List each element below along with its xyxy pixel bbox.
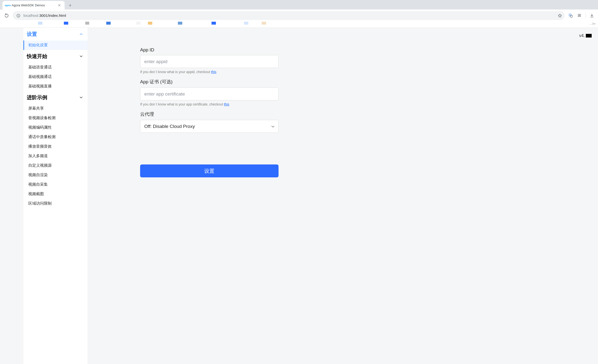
bookmark-swatch	[42, 22, 64, 25]
cert-hint: If you don`t know what is your app certi…	[140, 102, 279, 106]
site-info-button[interactable]	[16, 13, 20, 18]
sidebar-item[interactable]: 基础视频直播	[23, 82, 88, 91]
sidebar-item[interactable]: 屏幕共享	[23, 104, 88, 113]
sidebar-section-header[interactable]: 快速开始	[23, 50, 88, 63]
cert-hint-link[interactable]: this	[224, 102, 229, 106]
favicon-icon: agora	[6, 3, 10, 7]
sidebar-item[interactable]: 区域访问限制	[23, 199, 88, 208]
tab-active[interactable]: agora Agora WebSDK Demos	[2, 1, 65, 10]
bookmark-swatch	[182, 22, 212, 25]
chevron-down-icon	[79, 96, 83, 99]
sidebar-item[interactable]: 加入多频道	[23, 151, 88, 161]
address-bar-row: localhost:3001/index.html	[0, 10, 598, 22]
settings-form: App ID If you don`t know what is your ap…	[140, 47, 279, 177]
tab-title: Agora WebSDK Demos	[12, 3, 55, 7]
bookmark-swatch	[0, 22, 38, 25]
info-icon	[16, 14, 20, 18]
appid-hint: If you don`t know what is your appid, ch…	[140, 70, 279, 74]
bookmark-swatch	[148, 22, 152, 25]
downloads-button[interactable]	[589, 13, 595, 18]
chevron-up-icon	[79, 32, 83, 36]
sidebar-item[interactable]: 播放音频音效	[23, 142, 88, 151]
sidebar-item[interactable]: 视频自渲染	[23, 170, 88, 180]
bookmark-swatch	[68, 22, 85, 25]
submit-button[interactable]: 设置	[140, 164, 279, 177]
field-proxy: 云代理 Off: Disable Cloud Proxy	[140, 111, 279, 133]
star-icon	[558, 13, 562, 18]
bookmark-swatch	[178, 22, 182, 25]
bookmark-star-button[interactable]	[557, 13, 562, 18]
version-mask	[586, 34, 592, 38]
translate-icon	[569, 13, 573, 18]
appid-hint-link[interactable]: this	[211, 70, 216, 74]
sidebar-section-title: 设置	[27, 31, 37, 38]
sidebar-item[interactable]: 音视频设备检测	[23, 113, 88, 123]
page-body: 设置初始化设置快速开始基础语音通话基础视频通话基础视频直播进阶示例屏幕共享音视频…	[0, 28, 598, 364]
reload-button[interactable]	[4, 13, 9, 18]
sidebar-item[interactable]: 视频截图	[23, 189, 88, 199]
version-label: v4.	[579, 33, 592, 38]
svg-rect-3	[570, 15, 572, 17]
bookmarks-overflow-text: …Jle	[589, 22, 596, 25]
main-content: v4. App ID If you don`t know what is you…	[88, 28, 598, 364]
tab-strip: agora Agora WebSDK Demos	[0, 0, 598, 10]
bookmark-swatch	[262, 22, 266, 25]
bookmark-swatch	[212, 22, 216, 25]
field-appid: App ID If you don`t know what is your ap…	[140, 47, 279, 74]
sidebar-item[interactable]: 自定义视频源	[23, 161, 88, 170]
sidebar-item[interactable]: 基础视频通话	[23, 72, 88, 82]
chevron-down-icon	[79, 55, 83, 58]
field-cert: App 证书 (可选) If you don`t know what is yo…	[140, 79, 279, 106]
bookmark-swatch	[248, 22, 262, 25]
bookmark-swatch	[89, 22, 106, 25]
sidebar-section-header[interactable]: 进阶示例	[23, 91, 88, 104]
close-icon	[58, 4, 61, 7]
sidebar-item[interactable]: 通话中质量检测	[23, 132, 88, 142]
omnibox[interactable]: localhost:3001/index.html	[13, 11, 565, 20]
appid-input[interactable]	[140, 55, 279, 68]
bookmark-swatch	[64, 22, 68, 25]
sidebar-item[interactable]: 视频编码属性	[23, 123, 88, 132]
close-tab-button[interactable]	[57, 3, 61, 7]
plus-icon	[68, 4, 72, 7]
sidebar-section-title: 快速开始	[27, 53, 47, 60]
sidebar-item[interactable]: 基础语音通话	[23, 63, 88, 72]
svg-rect-2	[569, 14, 571, 16]
bookmark-swatch	[141, 22, 148, 25]
reload-icon	[4, 13, 9, 18]
proxy-select[interactable]: Off: Disable Cloud Proxy	[140, 120, 279, 133]
bookmark-swatch	[106, 22, 111, 25]
puzzle-icon	[577, 13, 582, 18]
bookmarks-bar: …Jle	[0, 22, 598, 28]
proxy-label: 云代理	[140, 111, 279, 117]
toolbar-separator	[586, 13, 586, 18]
bookmark-swatch	[244, 22, 248, 25]
browser-chrome: agora Agora WebSDK Demos localhost:3001/…	[0, 0, 598, 28]
translate-button[interactable]	[568, 13, 573, 18]
sidebar-section-title: 进阶示例	[27, 94, 47, 101]
download-icon	[590, 13, 594, 18]
bookmark-swatch	[152, 22, 178, 25]
sidebar-section-header[interactable]: 设置	[23, 28, 88, 40]
svg-point-1	[18, 15, 19, 15]
sidebar-item[interactable]: 初始化设置	[23, 40, 88, 50]
bookmark-swatch	[111, 22, 136, 25]
bookmark-swatch	[136, 22, 141, 25]
url-text: localhost:3001/index.html	[23, 13, 66, 18]
bookmark-swatch	[38, 22, 42, 25]
bookmark-swatch	[85, 22, 89, 25]
new-tab-button[interactable]	[67, 2, 74, 9]
cert-label: App 证书 (可选)	[140, 79, 279, 85]
cert-input[interactable]	[140, 87, 279, 100]
sidebar: 设置初始化设置快速开始基础语音通话基础视频通话基础视频直播进阶示例屏幕共享音视频…	[23, 28, 88, 364]
appid-label: App ID	[140, 47, 279, 53]
extensions-button[interactable]	[577, 13, 582, 18]
sidebar-item[interactable]: 视频自采集	[23, 180, 88, 189]
bookmark-swatch	[216, 22, 244, 25]
